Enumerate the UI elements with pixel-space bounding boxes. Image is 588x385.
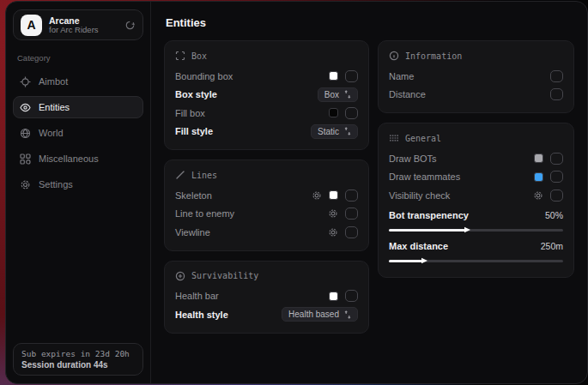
- slider-thumb[interactable]: [421, 257, 428, 265]
- checkbox[interactable]: [550, 88, 563, 100]
- bot-transparency-setting: Bot transpenency 50%: [389, 207, 563, 232]
- sidebar-item-label: Aimbot: [39, 76, 68, 87]
- gear-icon: [20, 179, 31, 190]
- setting-row-bounding-box: Bounding box: [175, 67, 358, 86]
- bot-transparency-slider[interactable]: [389, 229, 563, 232]
- sort-arrows-icon: [344, 310, 351, 319]
- setting-label: Draw teammates: [389, 171, 534, 182]
- slider-value: 250m: [541, 241, 563, 251]
- brand-title: Arcane: [49, 15, 118, 26]
- sidebar-item-label: World: [39, 128, 64, 138]
- color-swatch[interactable]: [534, 153, 543, 163]
- checkbox[interactable]: [345, 189, 358, 202]
- entities-icon: [20, 102, 31, 113]
- slider-fill: [389, 260, 422, 262]
- brand-subtitle: for Arc Riders: [49, 26, 118, 35]
- sidebar-item-label: Settings: [39, 179, 73, 189]
- card-title: Information: [405, 51, 462, 61]
- grid-icon: [20, 153, 31, 165]
- setting-label: Health style: [175, 310, 282, 320]
- card-title: General: [405, 134, 441, 143]
- slider-fill: [389, 229, 465, 232]
- setting-row-viewline: Viewline: [175, 223, 358, 242]
- card-title: Survivability: [191, 271, 258, 280]
- sidebar: A Arcane for Arc Riders Category: [6, 2, 151, 383]
- session-duration-text: Session duration 44s: [21, 360, 135, 370]
- fill-style-dropdown[interactable]: Static: [311, 124, 358, 139]
- card-title: Box: [191, 51, 207, 61]
- setting-label: Viewline: [175, 227, 328, 238]
- card-title: Lines: [191, 171, 217, 180]
- color-swatch[interactable]: [329, 71, 338, 81]
- slider-label: Bot transpenency: [389, 210, 545, 220]
- max-distance-setting: Max distance 250m: [389, 238, 563, 262]
- setting-row-line-to-enemy: Line to enemy: [175, 205, 358, 224]
- main-content: Entities Box Bounding box: [151, 2, 587, 383]
- setting-row-fill-style: Fill style Static: [175, 123, 358, 141]
- subscription-info: Sub expires in 23d 20h Session duration …: [13, 343, 143, 376]
- setting-label: Visibility check: [389, 190, 533, 201]
- page-title: Entities: [166, 16, 574, 29]
- setting-row-draw-bots: Draw BOTs: [389, 149, 563, 168]
- row-settings-gear-icon[interactable]: [328, 208, 338, 219]
- globe-icon: [20, 128, 31, 139]
- setting-label: Health bar: [175, 291, 329, 301]
- health-style-dropdown[interactable]: Health based: [282, 307, 358, 322]
- checkbox[interactable]: [550, 70, 563, 82]
- category-label: Category: [17, 53, 143, 63]
- sidebar-item-label: Miscellaneous: [39, 153, 99, 164]
- info-icon: [389, 51, 399, 61]
- setting-label: Name: [389, 71, 550, 81]
- setting-row-visibility-check: Visibility check: [389, 186, 563, 205]
- color-swatch[interactable]: [329, 108, 338, 117]
- slider-thumb[interactable]: [464, 226, 471, 234]
- setting-label: Line to enemy: [175, 208, 328, 219]
- sidebar-item-miscellaneous[interactable]: Miscellaneous: [13, 147, 143, 170]
- brand-card: A Arcane for Arc Riders: [13, 9, 143, 40]
- checkbox[interactable]: [550, 153, 563, 165]
- row-settings-gear-icon[interactable]: [312, 190, 322, 201]
- sidebar-item-world[interactable]: World: [13, 122, 143, 144]
- sidebar-item-aimbot[interactable]: Aimbot: [13, 70, 143, 93]
- setting-label: Fill style: [175, 126, 311, 136]
- brackets-icon: [175, 51, 185, 61]
- setting-row-draw-teammates: Draw teammates: [389, 168, 563, 187]
- sub-expiry-text: Sub expires in 23d 20h: [21, 349, 135, 358]
- checkbox[interactable]: [345, 107, 358, 119]
- checkbox[interactable]: [345, 70, 358, 82]
- dropdown-value: Health based: [288, 310, 339, 319]
- box-card: Box Bounding box Box style Box: [164, 40, 369, 150]
- slider-value: 50%: [545, 210, 563, 220]
- color-swatch[interactable]: [329, 292, 338, 301]
- row-settings-gear-icon[interactable]: [328, 227, 338, 238]
- setting-label: Fill box: [175, 108, 329, 118]
- setting-row-skeleton: Skeleton: [175, 186, 358, 205]
- information-card: Information Name Distance: [378, 40, 574, 113]
- setting-row-distance: Distance: [389, 86, 563, 105]
- brand-text: Arcane for Arc Riders: [49, 15, 118, 35]
- sidebar-item-settings[interactable]: Settings: [13, 173, 143, 196]
- max-distance-slider[interactable]: [389, 260, 563, 262]
- checkbox[interactable]: [550, 189, 563, 202]
- color-swatch[interactable]: [329, 190, 338, 200]
- sidebar-item-entities[interactable]: Entities: [13, 96, 143, 118]
- checkbox[interactable]: [345, 208, 358, 220]
- health-icon: [175, 271, 185, 281]
- sync-icon[interactable]: [124, 20, 136, 31]
- setting-label: Box style: [175, 89, 318, 99]
- sliders-icon: [389, 133, 399, 143]
- setting-row-health-style: Health style Health based: [175, 305, 358, 324]
- lines-card: Lines Skeleton: [164, 159, 369, 251]
- row-settings-gear-icon[interactable]: [533, 190, 543, 201]
- setting-row-health-bar: Health bar: [175, 287, 358, 306]
- survivability-card: Survivability Health bar Health style: [164, 261, 369, 334]
- box-style-dropdown[interactable]: Box: [318, 87, 358, 102]
- checkbox[interactable]: [345, 226, 358, 238]
- checkbox[interactable]: [550, 171, 563, 183]
- setting-row-box-style: Box style Box: [175, 86, 358, 105]
- setting-row-fill-box: Fill box: [175, 104, 358, 123]
- color-swatch[interactable]: [534, 172, 543, 182]
- diagonal-line-icon: [175, 170, 185, 180]
- sidebar-item-label: Entities: [39, 102, 70, 112]
- checkbox[interactable]: [345, 290, 358, 302]
